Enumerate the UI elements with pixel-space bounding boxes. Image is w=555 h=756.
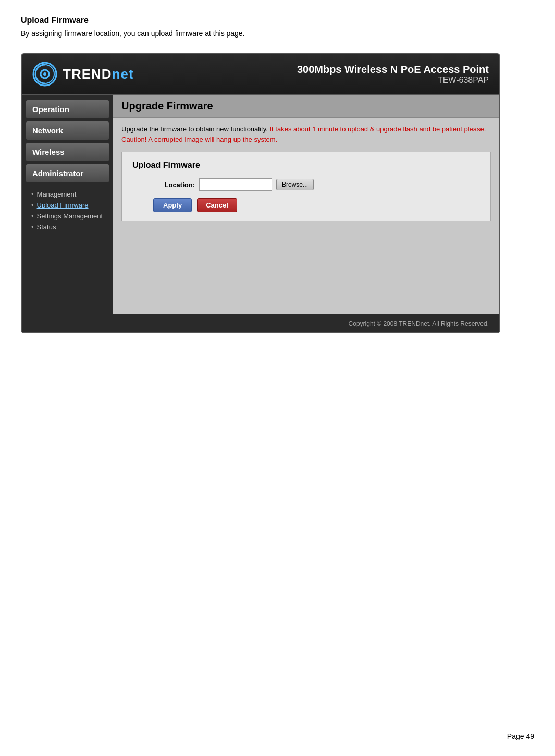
bullet-management: • xyxy=(31,190,34,198)
admin-section: Administrator • Management • Upload Firm… xyxy=(26,164,109,235)
nav-operation-button[interactable]: Operation xyxy=(26,100,109,118)
content-header: Upgrade Firmware xyxy=(113,95,499,118)
cancel-button[interactable]: Cancel xyxy=(197,198,237,212)
logo-text: TRENDnet xyxy=(63,66,134,82)
form-actions: Apply Cancel xyxy=(132,198,480,212)
apply-button[interactable]: Apply xyxy=(153,198,192,212)
trendnet-logo: TRENDnet xyxy=(32,62,134,87)
sub-menu: • Management • Upload Firmware • Setting… xyxy=(26,186,109,235)
nav-network-button[interactable]: Network xyxy=(26,121,109,140)
sidebar-item-status[interactable]: • Status xyxy=(31,222,109,233)
sidebar: Operation Network Wireless Administrator… xyxy=(22,95,113,314)
content-area: Upgrade Firmware Upgrade the firmware to… xyxy=(113,95,499,314)
footer-copyright: Copyright © 2008 TRENDnet. All Rights Re… xyxy=(349,320,489,327)
nav-administrator-button[interactable]: Administrator xyxy=(26,164,109,182)
location-label: Location: xyxy=(153,181,195,189)
trendnet-logo-icon xyxy=(32,62,57,87)
content-header-title: Upgrade Firmware xyxy=(121,100,491,112)
bullet-settings: • xyxy=(31,212,34,220)
firmware-card: Upload Firmware Location: Browse... Appl… xyxy=(121,152,491,221)
sidebar-item-management[interactable]: • Management xyxy=(31,189,109,200)
location-input[interactable] xyxy=(199,178,272,191)
firmware-card-title: Upload Firmware xyxy=(132,161,480,170)
sidebar-item-upload-firmware[interactable]: • Upload Firmware xyxy=(31,200,109,211)
content-body: Upgrade the firmware to obtain new funct… xyxy=(113,118,499,236)
logo-net: net xyxy=(112,66,134,82)
router-ui: TRENDnet 300Mbps Wireless N PoE Access P… xyxy=(21,53,500,333)
page-description: By assigning firmware location, you can … xyxy=(21,29,534,38)
router-footer: Copyright © 2008 TRENDnet. All Rights Re… xyxy=(22,314,499,332)
router-main: Operation Network Wireless Administrator… xyxy=(22,95,499,314)
device-info: 300Mbps Wireless N PoE Access Point TEW-… xyxy=(297,64,489,85)
bullet-upload-firmware: • xyxy=(31,201,34,209)
bullet-status: • xyxy=(31,223,34,231)
description-normal: Upgrade the firmware to obtain new funct… xyxy=(121,125,268,133)
location-row: Location: Browse... xyxy=(132,178,480,191)
svg-point-2 xyxy=(43,72,46,76)
device-sku: TEW-638PAP xyxy=(297,76,489,85)
sidebar-item-settings-management[interactable]: • Settings Management xyxy=(31,211,109,222)
browse-button[interactable]: Browse... xyxy=(276,179,314,190)
page-number: Page 49 xyxy=(507,732,534,740)
page-title: Upload Firmware xyxy=(21,16,534,25)
logo-trend: TREND xyxy=(63,66,112,82)
router-header: TRENDnet 300Mbps Wireless N PoE Access P… xyxy=(22,54,499,95)
device-model: 300Mbps Wireless N PoE Access Point xyxy=(297,64,489,76)
nav-wireless-button[interactable]: Wireless xyxy=(26,143,109,161)
content-description: Upgrade the firmware to obtain new funct… xyxy=(121,124,491,144)
upload-firmware-link[interactable]: Upload Firmware xyxy=(37,201,89,209)
